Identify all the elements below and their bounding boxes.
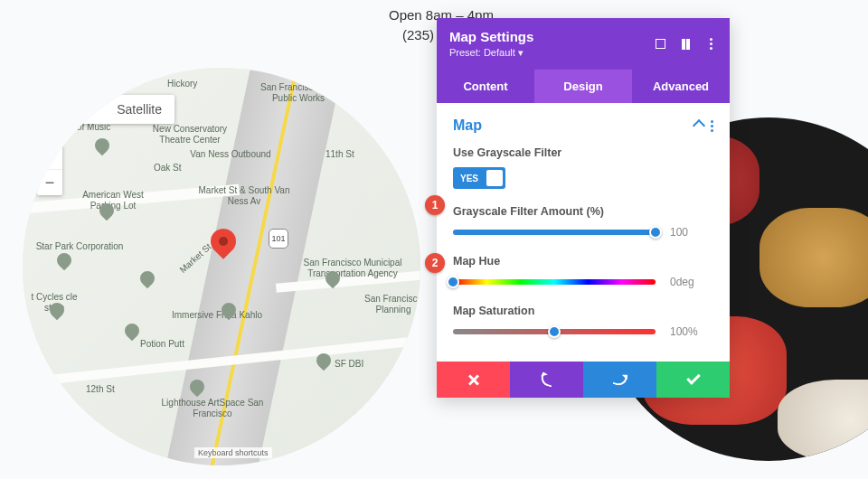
phone-prefix: (235): [402, 27, 434, 42]
panel-header[interactable]: Map Settings Preset: Default ▾: [437, 18, 730, 70]
map-label: New Conservatory Theatre Center: [140, 124, 240, 146]
map-label: Star Park Corporation: [30, 241, 129, 252]
tab-advanced[interactable]: Advanced: [632, 70, 730, 103]
zoom-controls: + −: [37, 145, 62, 195]
expand-icon: [656, 39, 665, 49]
saturation-slider[interactable]: [453, 329, 656, 334]
preset-selector[interactable]: Preset: Default ▾: [449, 47, 533, 59]
panel-footer: [437, 362, 730, 398]
map-label: Van Ness Outbound: [181, 149, 280, 160]
map-marker-icon: [205, 223, 241, 259]
map-label: Hickory: [167, 79, 197, 89]
panel-body: Map Use Grayscale Filter YES Grayscale F…: [437, 103, 730, 362]
map-label: Oak St: [154, 163, 182, 174]
section-title[interactable]: Map: [453, 117, 482, 134]
panel-title: Map Settings: [449, 29, 533, 44]
slider-thumb[interactable]: [649, 226, 662, 239]
hue-label: Map Hue: [453, 255, 713, 268]
map-type-satellite-button[interactable]: Satellite: [104, 95, 175, 124]
saturation-label: Map Saturation: [453, 305, 713, 317]
grayscale-amount-slider[interactable]: [453, 230, 656, 235]
columns-icon: [682, 39, 690, 50]
layout-button[interactable]: [679, 38, 692, 51]
saturation-value[interactable]: 100%: [670, 325, 713, 338]
close-icon: [467, 373, 480, 386]
grayscale-label: Use Grayscale Filter: [453, 146, 713, 159]
zoom-out-button[interactable]: −: [37, 170, 62, 195]
redo-button[interactable]: [583, 362, 656, 398]
tab-content[interactable]: Content: [437, 70, 534, 103]
highway-badge: 101: [269, 229, 288, 249]
map-label: San Francisco Planning: [357, 294, 420, 315]
more-button[interactable]: [704, 38, 717, 51]
grayscale-amount-label: Grayscale Filter Amount (%): [453, 205, 713, 218]
toggle-knob: [486, 170, 503, 186]
map-container[interactable]: Hickory San Francisco City Public Works …: [23, 68, 420, 465]
expand-button[interactable]: [654, 38, 666, 51]
map-label: SF DBI: [335, 359, 363, 370]
dots-icon: [710, 38, 712, 50]
undo-icon: [539, 371, 554, 387]
close-button[interactable]: [437, 362, 510, 398]
collapse-section-button[interactable]: [693, 119, 705, 132]
undo-button[interactable]: [510, 362, 583, 398]
grayscale-amount-value[interactable]: 100: [670, 226, 713, 239]
map-label: 11th St: [326, 149, 354, 160]
map-type-switcher: Map Satellite: [54, 95, 175, 124]
map-label: San Francisco City Public Works: [249, 82, 348, 104]
map-marker[interactable]: [211, 229, 236, 263]
keyboard-shortcuts-link[interactable]: Keyboard shortcuts: [194, 447, 272, 458]
annotation-2: 2: [425, 253, 445, 273]
grayscale-toggle[interactable]: YES: [453, 167, 505, 189]
hue-value[interactable]: 0deg: [670, 276, 713, 288]
map-label: San Francisco Municipal Transportation A…: [294, 258, 411, 279]
map-label: Market St & South Van Ness Av: [194, 185, 294, 207]
tab-design[interactable]: Design: [534, 70, 632, 103]
settings-panel: Map Settings Preset: Default ▾ Content D…: [437, 18, 730, 398]
map-label: Potion Putt: [140, 339, 184, 350]
hue-slider[interactable]: [453, 279, 656, 285]
save-button[interactable]: [656, 362, 730, 398]
section-more-button[interactable]: [711, 120, 713, 132]
redo-icon: [612, 371, 627, 387]
toggle-yes-label: YES: [453, 174, 484, 183]
zoom-in-button[interactable]: +: [37, 145, 62, 170]
map-label: Lighthouse ArtSpace San Francisco: [158, 398, 267, 419]
map-label: 12th St: [86, 384, 115, 395]
slider-thumb[interactable]: [548, 325, 561, 338]
map-label: Immersive Frida Kahlo: [163, 310, 271, 321]
map-type-map-button[interactable]: Map: [54, 95, 104, 124]
fullscreen-button[interactable]: [384, 95, 415, 126]
annotation-1: 1: [425, 195, 445, 215]
check-icon: [686, 371, 701, 385]
fullscreen-icon: [393, 104, 406, 117]
slider-thumb[interactable]: [447, 276, 459, 288]
panel-tabs: Content Design Advanced: [437, 70, 730, 103]
